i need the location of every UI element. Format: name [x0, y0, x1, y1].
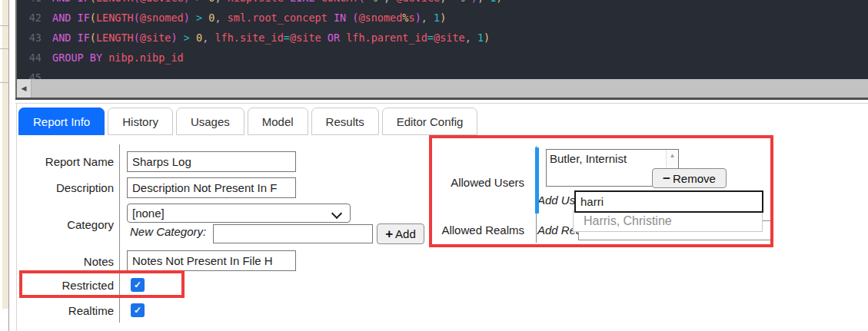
tab-bar: Report InfoHistoryUsagesModelResultsEdit…: [18, 108, 477, 135]
tab-editor-config[interactable]: Editor Config: [382, 108, 478, 135]
rail-tick: [0, 48, 8, 49]
minus-icon: −: [663, 172, 670, 185]
plus-icon: +: [385, 227, 393, 240]
tab-panel-left-border: [16, 103, 17, 331]
focus-indicator-bar: [535, 147, 539, 213]
allowed-user-option[interactable]: Butler, Internist: [547, 150, 660, 168]
code-line: 45: [23, 68, 503, 79]
chevron-down-icon: [331, 208, 342, 219]
tab-panel-top-border: [15, 103, 868, 104]
add-user-input[interactable]: harri: [574, 190, 763, 213]
description-label: Description: [15, 181, 114, 195]
autocomplete-items: Harris, Christine: [574, 211, 762, 231]
remove-button-label: Remove: [673, 172, 716, 185]
scroll-left-arrow-icon[interactable]: ◀: [17, 79, 31, 98]
notes-label: Notes: [15, 255, 114, 269]
line-number: 42: [23, 8, 42, 28]
line-number: 44: [23, 48, 42, 68]
tab-usages[interactable]: Usages: [176, 108, 244, 135]
sql-code-editor[interactable]: 41AND IF(LENGTH(@device) > 0, nibp.site …: [17, 0, 868, 79]
allowed-users-label: Allowed Users: [415, 176, 524, 190]
code-lines: 41AND IF(LENGTH(@device) > 0, nibp.site …: [23, 0, 503, 79]
notes-input[interactable]: Notes Not Present In File H: [127, 250, 296, 271]
form-label-divider: [119, 144, 120, 323]
listbox-options: Butler, Internist: [547, 150, 678, 168]
category-select[interactable]: [none]: [127, 204, 351, 223]
realtime-checkbox[interactable]: ✓: [131, 303, 145, 317]
tab-results[interactable]: Results: [311, 108, 379, 135]
realtime-label: Realtime: [15, 304, 114, 318]
add-button-label: Add: [395, 227, 416, 240]
restricted-label: Restricted: [15, 279, 114, 293]
tab-model[interactable]: Model: [248, 108, 308, 135]
tab-report-info[interactable]: Report Info: [18, 108, 105, 135]
left-collapsed-panel: [2, 0, 8, 309]
code-line: 42AND IF(LENGTH(@snomed) > 0, sml.root_c…: [23, 8, 503, 28]
remove-user-button[interactable]: − Remove: [652, 168, 727, 188]
allowed-realms-label: Allowed Realms: [415, 223, 524, 237]
report-name-input[interactable]: Sharps Log: [127, 151, 296, 172]
line-number: 43: [23, 28, 42, 48]
code-line: 43AND IF(LENGTH(@site) > 0, lfh.site_id=…: [23, 28, 503, 48]
category-selected-value: [none]: [132, 207, 165, 220]
scroll-up-icon[interactable]: ▲: [667, 152, 678, 159]
description-input[interactable]: Description Not Present In F: [127, 177, 296, 198]
rail-tick: [0, 82, 8, 83]
restricted-checkbox[interactable]: ✓: [131, 278, 145, 292]
report-name-label: Report Name: [15, 155, 114, 169]
tab-history[interactable]: History: [108, 108, 173, 135]
line-number: 41: [23, 0, 42, 8]
new-category-input[interactable]: [213, 224, 373, 243]
line-number: 45: [23, 68, 42, 79]
category-label: Category: [15, 218, 114, 232]
editor-horizontal-scrollbar[interactable]: ◀: [17, 79, 868, 98]
code-line: 44GROUP BY nibp.nibp_id: [23, 48, 503, 68]
code-line: 41AND IF(LENGTH(@device) > 0, nibp.site …: [23, 0, 503, 8]
autocomplete-suggestion[interactable]: Harris, Christine: [574, 211, 762, 231]
scrollbar-thumb[interactable]: [31, 79, 868, 98]
user-autocomplete-dropdown: Harris, Christine: [573, 210, 763, 232]
rail-tick: [0, 25, 8, 26]
editor-bottom-border: [15, 98, 868, 100]
left-panel-border: [8, 0, 9, 331]
report-editor-screen: 41AND IF(LENGTH(@device) > 0, nibp.site …: [0, 0, 868, 331]
new-category-label: New Category:: [130, 225, 206, 239]
